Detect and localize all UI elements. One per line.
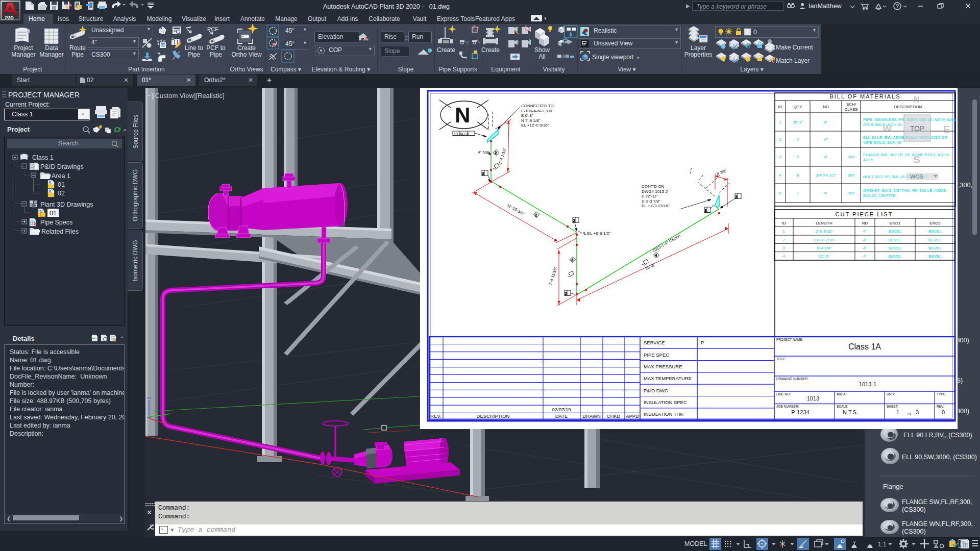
- svg-text:GASKET, SWG, 1/8" THK, RF, 300: GASKET, SWG, 1/8" THK, RF, 300 LB, ASME: [863, 188, 946, 193]
- svg-text:ID: ID: [778, 105, 782, 109]
- svg-text:3'-4 1/16": 3'-4 1/16": [498, 147, 507, 165]
- svg-text:ELL 90 LR,BV,, (CS300): ELL 90 LR,BV,, (CS300): [903, 432, 972, 439]
- svg-text:CONT'D ON: CONT'D ON: [642, 184, 664, 189]
- svg-text:WPB SMLS, SCH 40: WPB SMLS, SCH 40: [863, 140, 901, 145]
- svg-text:P-1234: P-1234: [791, 409, 809, 415]
- svg-text:4" NS: 4" NS: [478, 150, 488, 155]
- svg-text:FLANGE SW,FL,RF,300,: FLANGE SW,FL,RF,300,: [902, 498, 972, 506]
- svg-text:WCS: WCS: [910, 173, 923, 180]
- svg-text:3: 3: [705, 209, 707, 212]
- svg-text:2: 2: [782, 238, 785, 242]
- svg-text:FLANGE WN,FL,RF,300,: FLANGE WN,FL,RF,300,: [902, 520, 973, 528]
- svg-text:4": 4": [863, 246, 867, 251]
- svg-text:2: 2: [495, 151, 497, 155]
- svg-text:S 3'-3 7/8": S 3'-3 7/8": [642, 199, 660, 204]
- svg-text:QTY: QTY: [794, 105, 802, 109]
- svg-text:END1: END1: [890, 221, 901, 226]
- svg-text:BEVEL: BEVEL: [889, 229, 902, 234]
- svg-text:Plant 3D Drawings: Plant 3D Drawings: [40, 201, 93, 208]
- svg-text:INSULATION THK: INSULATION THK: [644, 411, 683, 417]
- svg-text:W: W: [883, 123, 892, 134]
- svg-text:2: 2: [535, 213, 537, 217]
- svg-text:BEVEL: BEVEL: [928, 229, 942, 234]
- svg-text:7'-4 11/16": 7'-4 11/16": [548, 266, 558, 286]
- svg-text:AREA:: AREA:: [837, 392, 847, 396]
- svg-text:ND: ND: [862, 221, 868, 226]
- svg-text:E 6'-8": E 6'-8": [521, 113, 533, 118]
- svg-text:3: 3: [916, 409, 919, 415]
- svg-text:P&ID DWG: P&ID DWG: [644, 388, 668, 393]
- svg-text:1013-1: 1013-1: [859, 381, 876, 387]
- svg-text:CUT PIECE LIST: CUT PIECE LIST: [836, 211, 893, 217]
- svg-text:300: 300: [848, 155, 855, 159]
- svg-text:1:1: 1:1: [878, 541, 887, 548]
- svg-text:DATE: DATE: [555, 413, 568, 419]
- svg-text:BEVEL: BEVEL: [928, 254, 942, 259]
- svg-text:EL +12'-0 9/16": EL +12'-0 9/16": [521, 123, 549, 128]
- svg-text:ELL 90,SW,3000, (CS300): ELL 90,SW,3000, (CS300): [902, 454, 977, 461]
- svg-text:BEVEL: BEVEL: [889, 246, 902, 251]
- svg-text:1013: 1013: [807, 395, 819, 402]
- svg-text:DESCRIPTION: DESCRIPTION: [894, 105, 922, 109]
- svg-text:2: 2: [779, 137, 781, 142]
- svg-text:(CS300): (CS300): [902, 506, 926, 513]
- svg-text:1: 1: [782, 229, 785, 234]
- svg-text:5: 5: [779, 191, 781, 195]
- svg-text:JOB NUMBER:: JOB NUMBER:: [776, 405, 799, 408]
- svg-text:P: P: [701, 340, 704, 345]
- svg-text:4": 4": [824, 137, 827, 142]
- svg-text:MAX PRESSURE: MAX PRESSURE: [644, 364, 682, 369]
- svg-text:UNIT:: UNIT:: [887, 392, 895, 396]
- svg-text:LENGTH: LENGTH: [816, 221, 832, 226]
- svg-text:E: E: [943, 124, 950, 135]
- svg-text:Class 1A: Class 1A: [848, 342, 881, 351]
- svg-text:REV:: REV:: [937, 405, 944, 408]
- svg-text:N.T.S.: N.T.S.: [843, 409, 858, 415]
- svg-text:Q: Q: [516, 40, 519, 44]
- svg-text:REV.: REV.: [430, 413, 441, 419]
- svg-text:P3D: P3D: [5, 15, 14, 20]
- svg-text:4": 4": [824, 191, 827, 195]
- svg-text:02/07/19: 02/07/19: [552, 407, 571, 412]
- svg-text:3: 3: [782, 246, 785, 251]
- svg-text:TYPE:: TYPE:: [937, 392, 946, 396]
- svg-text:Q: Q: [465, 40, 469, 44]
- svg-text:CONNECTED TO: CONNECTED TO: [521, 104, 554, 108]
- svg-text:Class 1: Class 1: [32, 154, 54, 161]
- svg-text:N 7'-9 1/8": N 7'-9 1/8": [521, 118, 540, 123]
- svg-text:TITLE:: TITLE:: [776, 357, 787, 361]
- svg-text:N: N: [914, 95, 920, 104]
- svg-text:LINE NO:: LINE NO:: [776, 392, 791, 396]
- svg-text:BILL OF MATERIALS: BILL OF MATERIALS: [829, 93, 900, 99]
- svg-text:SERVICE: SERVICE: [644, 340, 665, 345]
- svg-text:4": 4": [863, 229, 867, 234]
- svg-text:2'-6 9/16": 2'-6 9/16": [816, 229, 833, 234]
- svg-text:2: 2: [797, 155, 799, 159]
- svg-text:END2: END2: [929, 221, 941, 226]
- svg-text:2: 2: [565, 292, 567, 295]
- svg-text:4: 4: [797, 137, 799, 142]
- svg-text:4: 4: [782, 254, 785, 259]
- svg-text:300: 300: [848, 173, 855, 178]
- svg-text:DWG# 1013-2: DWG# 1013-2: [642, 189, 668, 194]
- svg-text:CLASS: CLASS: [844, 107, 857, 112]
- svg-text:PROJECT NAME:: PROJECT NAME:: [776, 338, 803, 341]
- svg-text:E-100-A-N-1 300: E-100-A-N-1 300: [521, 109, 552, 113]
- svg-text:BEVEL: BEVEL: [889, 254, 902, 259]
- svg-text:(CS300): (CS300): [902, 528, 926, 535]
- svg-text:1: 1: [896, 409, 899, 415]
- svg-text:2: 2: [573, 219, 575, 222]
- svg-text:DESCRIPTION: DESCRIPTION: [477, 413, 510, 419]
- svg-text:SCH/: SCH/: [846, 102, 856, 107]
- svg-text:Flange: Flange: [883, 483, 903, 490]
- svg-text:Area 1: Area 1: [52, 172, 70, 180]
- svg-text:PIPE SPEC: PIPE SPEC: [644, 352, 669, 358]
- svg-text:EL +1'-3 13/16": EL +1'-3 13/16": [642, 204, 670, 208]
- svg-text:BEVEL: BEVEL: [889, 238, 902, 242]
- svg-text:1013-1-4"-CS300: 1013-1-4"-CS300: [652, 233, 682, 253]
- svg-text:0: 0: [942, 409, 945, 415]
- svg-text:A105: A105: [863, 158, 873, 162]
- svg-text:4: 4: [779, 173, 781, 178]
- svg-text:02: 02: [58, 190, 65, 197]
- svg-text:4": 4": [863, 238, 867, 242]
